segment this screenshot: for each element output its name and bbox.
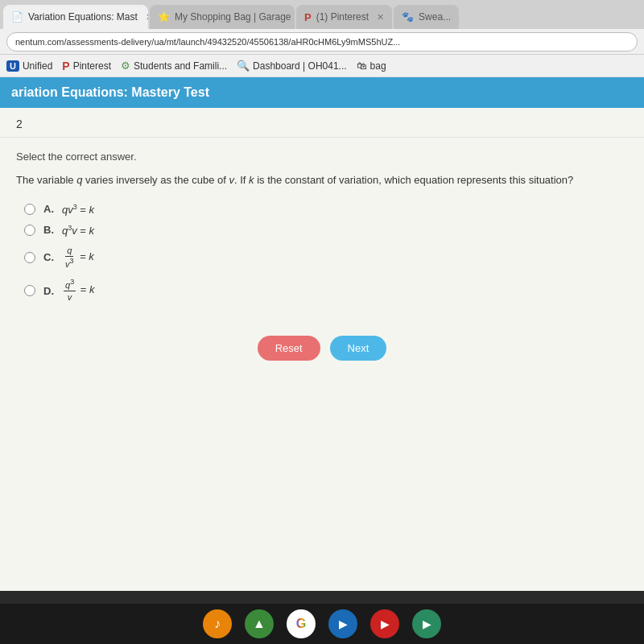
bookmark-dashboard-icon: 🔍 xyxy=(237,60,250,72)
option-c-label: C. xyxy=(43,251,54,263)
bookmark-pinterest[interactable]: P Pinterest xyxy=(62,60,111,72)
browser-chrome: 📄 Variation Equations: Mast ✕ ⭐ My Shopp… xyxy=(0,0,644,77)
tab-swea-label: Swea... xyxy=(419,11,451,23)
option-c[interactable]: C. q v3 = k xyxy=(24,245,628,270)
bookmark-unified-icon: U xyxy=(6,60,19,72)
triangle-icon[interactable]: ▲ xyxy=(245,609,274,638)
question-body: Select the correct answer. The variable … xyxy=(0,138,644,390)
option-b-formula: q3v = k xyxy=(62,224,94,237)
tab-shopping-icon: ⭐ xyxy=(158,11,170,23)
option-a-label: A. xyxy=(43,203,54,215)
address-input[interactable] xyxy=(6,32,638,52)
media-icon[interactable]: ▶ xyxy=(328,609,357,638)
bookmark-bag[interactable]: 🛍 bag xyxy=(357,60,386,72)
page-header: ariation Equations: Mastery Test xyxy=(0,77,644,108)
tab-variation-close[interactable]: ✕ xyxy=(146,12,148,23)
tab-swea[interactable]: 🐾 Swea... xyxy=(394,5,459,29)
music-icon[interactable]: ♪ xyxy=(203,609,232,638)
tab-bar: 📄 Variation Equations: Mast ✕ ⭐ My Shopp… xyxy=(0,0,644,29)
tab-swea-icon: 🐾 xyxy=(402,11,414,23)
bookmark-students-icon: ⚙ xyxy=(121,60,130,72)
option-a-formula: qv3 = k xyxy=(62,203,94,216)
button-row: Reset Next xyxy=(16,336,628,377)
bookmark-unified-label: Unified xyxy=(23,60,52,72)
tab-variation-icon: 📄 xyxy=(11,11,23,23)
tab-pinterest-label: (1) Pinterest xyxy=(316,11,369,23)
next-button[interactable]: Next xyxy=(330,336,387,361)
play-icon[interactable]: ▶ xyxy=(412,609,441,638)
google-icon[interactable]: G xyxy=(287,609,316,638)
tab-shopping-label: My Shopping Bag | Garage xyxy=(175,11,291,23)
bookmark-students[interactable]: ⚙ Students and Famili... xyxy=(121,60,227,72)
option-b[interactable]: B. q3v = k xyxy=(24,224,628,237)
bookmark-dashboard-label: Dashboard | OH041... xyxy=(253,60,347,72)
page-title: ariation Equations: Mastery Test xyxy=(11,85,209,99)
youtube-icon[interactable]: ▶ xyxy=(370,609,399,638)
tab-shopping[interactable]: ⭐ My Shopping Bag | Garage ✕ xyxy=(150,5,295,29)
tab-variation[interactable]: 📄 Variation Equations: Mast ✕ xyxy=(3,5,148,29)
bookmark-students-label: Students and Famili... xyxy=(134,60,227,72)
radio-d[interactable] xyxy=(24,285,35,296)
option-d[interactable]: D. q3 v = k xyxy=(24,278,628,303)
bookmarks-bar: U Unified P Pinterest ⚙ Students and Fam… xyxy=(0,55,644,77)
bookmark-pinterest-label: Pinterest xyxy=(73,60,111,72)
tab-pinterest-icon: P xyxy=(304,11,312,23)
reset-button[interactable]: Reset xyxy=(258,336,320,361)
option-b-label: B. xyxy=(43,224,54,236)
content-area: 2 Select the correct answer. The variabl… xyxy=(0,108,644,591)
option-d-formula: q3 v = k xyxy=(62,278,94,303)
address-bar xyxy=(0,29,644,55)
bookmark-unified[interactable]: U Unified xyxy=(6,60,52,72)
answer-options: A. qv3 = k B. q3v = k C. q xyxy=(24,203,628,303)
option-c-formula: q v3 = k xyxy=(62,245,94,270)
tab-pinterest-close[interactable]: ✕ xyxy=(377,12,384,23)
radio-b[interactable] xyxy=(24,225,35,236)
tab-pinterest[interactable]: P (1) Pinterest ✕ xyxy=(296,5,392,29)
taskbar: ♪ ▲ G ▶ ▶ ▶ xyxy=(0,604,644,644)
bookmark-bag-icon: 🛍 xyxy=(357,60,367,72)
question-number: 2 xyxy=(0,108,644,138)
radio-a[interactable] xyxy=(24,204,35,215)
option-a[interactable]: A. qv3 = k xyxy=(24,203,628,216)
bookmark-bag-label: bag xyxy=(370,60,386,72)
question-text: The variable q varies inversely as the c… xyxy=(16,172,628,188)
radio-c[interactable] xyxy=(24,252,35,263)
option-d-label: D. xyxy=(43,285,54,297)
bookmark-dashboard[interactable]: 🔍 Dashboard | OH041... xyxy=(237,60,347,72)
bookmark-pinterest-icon: P xyxy=(62,60,69,72)
question-instruction: Select the correct answer. xyxy=(16,151,628,163)
tab-variation-label: Variation Equations: Mast xyxy=(28,11,138,23)
